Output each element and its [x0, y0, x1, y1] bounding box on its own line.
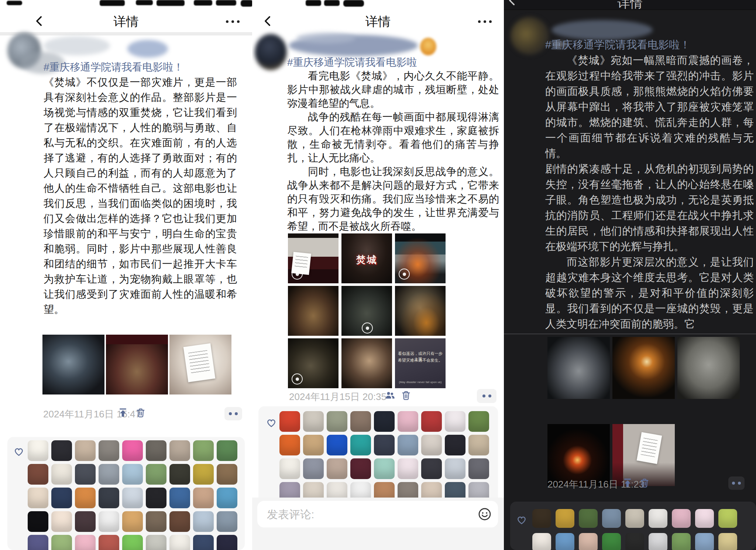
liker-avatar[interactable] — [579, 533, 598, 550]
liker-avatar[interactable] — [193, 440, 214, 461]
liker-avatar[interactable] — [421, 435, 442, 455]
avatar[interactable] — [511, 17, 549, 55]
mention-people-icon[interactable] — [384, 390, 395, 401]
liker-avatar[interactable] — [556, 509, 574, 528]
liker-avatar[interactable] — [398, 435, 418, 455]
liker-avatar[interactable] — [327, 435, 347, 455]
liker-avatar[interactable] — [625, 509, 644, 528]
post-photo-ruined-city[interactable] — [677, 337, 740, 399]
liker-avatar[interactable] — [398, 411, 418, 432]
liker-avatar[interactable] — [279, 435, 300, 455]
liker-avatar[interactable] — [445, 458, 465, 479]
liker-avatar[interactable] — [146, 511, 166, 532]
post-photo-group-stage[interactable] — [106, 335, 168, 394]
liker-avatar[interactable] — [445, 411, 465, 432]
liker-avatar[interactable] — [718, 509, 737, 528]
comment-input[interactable] — [266, 501, 474, 528]
liker-avatar[interactable] — [649, 533, 667, 550]
liker-avatar[interactable] — [122, 440, 143, 461]
liker-avatar[interactable] — [75, 511, 96, 532]
liker-avatar[interactable] — [51, 464, 72, 485]
liker-avatar[interactable] — [672, 509, 691, 528]
post-photo-firefighters[interactable] — [288, 338, 339, 388]
liker-avatar[interactable] — [193, 464, 214, 485]
liker-avatar[interactable] — [468, 435, 489, 455]
topic-hashtag-link[interactable]: #重庆移通学院请我看电影啦 — [287, 55, 499, 69]
liker-avatar[interactable] — [75, 464, 96, 485]
post-more-button[interactable] — [477, 389, 496, 403]
liker-avatar[interactable] — [602, 509, 621, 528]
liker-avatar[interactable] — [327, 458, 347, 479]
liker-avatar[interactable] — [374, 458, 395, 479]
post-photo-explosion-scene[interactable] — [395, 233, 446, 283]
liker-avatar[interactable] — [28, 440, 48, 461]
more-options-icon[interactable] — [478, 18, 492, 25]
liker-avatar[interactable] — [122, 535, 143, 550]
liker-avatar[interactable] — [146, 535, 166, 550]
post-photo-quote-card[interactable]: 看似遥远，或许只有一步之遥， 希望灾难永远不会发生。 (May disaster… — [395, 338, 446, 388]
liker-avatar[interactable] — [99, 440, 119, 461]
liker-avatar[interactable] — [51, 440, 72, 461]
liker-avatar[interactable] — [146, 440, 166, 461]
liker-avatar[interactable] — [649, 509, 667, 528]
liker-avatar[interactable] — [169, 511, 190, 532]
liker-avatar[interactable] — [672, 533, 691, 550]
liker-avatar[interactable] — [695, 509, 714, 528]
topic-hashtag-link[interactable]: #重庆移通学院请我看电影啦！ — [545, 37, 754, 52]
liker-avatar[interactable] — [99, 464, 119, 485]
liker-avatar[interactable] — [193, 488, 214, 508]
liker-avatar[interactable] — [374, 411, 395, 432]
liker-avatar[interactable] — [421, 411, 442, 432]
post-photo-storm-clouds[interactable] — [341, 286, 392, 336]
liker-avatar[interactable] — [303, 435, 324, 455]
liker-avatar[interactable] — [146, 464, 166, 485]
liker-avatar[interactable] — [51, 511, 72, 532]
liker-avatar[interactable] — [122, 488, 143, 508]
liker-avatar[interactable] — [718, 533, 737, 550]
liker-avatar[interactable] — [468, 411, 489, 432]
liker-avatar[interactable] — [625, 533, 644, 550]
liker-avatar[interactable] — [75, 488, 96, 508]
liker-avatar[interactable] — [217, 511, 237, 532]
post-more-button[interactable] — [728, 476, 745, 490]
liker-avatar[interactable] — [169, 488, 190, 508]
liker-avatar[interactable] — [327, 411, 347, 432]
liker-avatar[interactable] — [579, 509, 598, 528]
liker-avatar[interactable] — [169, 535, 190, 550]
post-photo-movie-poster[interactable]: 焚城 — [341, 233, 392, 283]
liker-avatar[interactable] — [28, 488, 48, 508]
comment-input-field[interactable] — [257, 501, 498, 527]
move-to-top-icon[interactable] — [117, 407, 128, 418]
avatar[interactable] — [255, 34, 287, 70]
liker-avatar[interactable] — [374, 435, 395, 455]
liker-avatar[interactable] — [28, 464, 48, 485]
liker-avatar[interactable] — [602, 533, 621, 550]
liker-avatar[interactable] — [398, 458, 418, 479]
liker-avatar[interactable] — [695, 533, 714, 550]
post-photo-flame-logo[interactable] — [547, 424, 610, 486]
post-photo-burning-hillside[interactable] — [395, 286, 446, 336]
liker-avatar[interactable] — [303, 411, 324, 432]
liker-avatar[interactable] — [146, 488, 166, 508]
post-photo-cinema-ticket[interactable] — [288, 233, 339, 283]
move-to-top-icon[interactable] — [622, 477, 633, 488]
liker-avatar[interactable] — [217, 535, 237, 550]
liker-avatar[interactable] — [193, 535, 214, 550]
liker-avatar[interactable] — [51, 535, 72, 550]
post-photo-ticket-hand[interactable] — [169, 335, 231, 394]
delete-icon[interactable] — [639, 477, 650, 488]
post-more-button[interactable] — [224, 407, 242, 420]
liker-avatar[interactable] — [532, 533, 551, 550]
liker-avatar[interactable] — [217, 488, 237, 508]
topic-hashtag-link[interactable]: #重庆移通学院请我看电影啦！ — [44, 59, 237, 75]
liker-avatar[interactable] — [99, 535, 119, 550]
liker-avatar[interactable] — [169, 464, 190, 485]
liker-avatar[interactable] — [217, 440, 237, 461]
more-options-icon[interactable] — [226, 18, 240, 25]
liker-avatar[interactable] — [169, 440, 190, 461]
post-photo-command-room[interactable] — [288, 286, 339, 336]
post-photo-ticket-hand[interactable] — [612, 424, 675, 486]
liker-avatar[interactable] — [279, 411, 300, 432]
liker-avatar[interactable] — [303, 458, 324, 479]
liker-avatar[interactable] — [350, 458, 371, 479]
